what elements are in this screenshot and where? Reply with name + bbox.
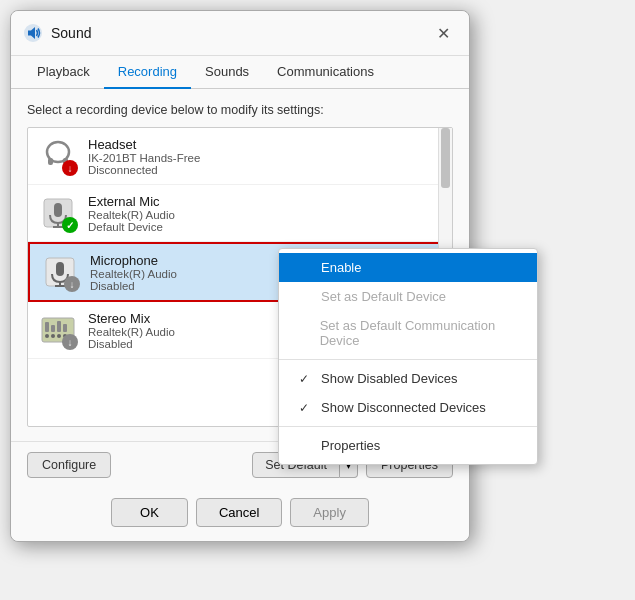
title-bar: Sound ✕	[11, 11, 469, 56]
stereo-mix-icon: ↓	[38, 310, 78, 350]
ctx-show-disconnected-check: ✓	[299, 401, 313, 415]
ctx-enable[interactable]: Enable	[279, 253, 537, 282]
dialog-title: Sound	[51, 25, 421, 41]
ctx-show-disconnected-label: Show Disconnected Devices	[321, 400, 486, 415]
headset-icon: ↓	[38, 136, 78, 176]
ctx-enable-label: Enable	[321, 260, 361, 275]
mic-status-badge: ↓	[64, 276, 80, 292]
ctx-show-disconnected[interactable]: ✓ Show Disconnected Devices	[279, 393, 537, 422]
ctx-set-default-comm[interactable]: Set as Default Communication Device	[279, 311, 537, 355]
svg-point-20	[51, 334, 55, 338]
external-mic-icon: ✓	[38, 193, 78, 233]
ext-mic-info: External Mic Realtek(R) Audio Default De…	[88, 194, 442, 233]
ctx-set-default[interactable]: Set as Default Device	[279, 282, 537, 311]
apply-button[interactable]: Apply	[290, 498, 369, 527]
microphone-icon: ↓	[40, 252, 80, 292]
close-button[interactable]: ✕	[429, 19, 457, 47]
device-item-external-mic[interactable]: ✓ External Mic Realtek(R) Audio Default …	[28, 185, 452, 242]
svg-point-21	[57, 334, 61, 338]
ctx-show-disabled-label: Show Disabled Devices	[321, 371, 458, 386]
ctx-separator-2	[279, 426, 537, 427]
svg-rect-15	[45, 322, 49, 332]
svg-rect-18	[63, 324, 67, 332]
ctx-separator-1	[279, 359, 537, 360]
headset-driver: IK-201BT Hands-Free	[88, 152, 442, 164]
tab-sounds[interactable]: Sounds	[191, 56, 263, 89]
context-menu: Enable Set as Default Device Set as Defa…	[278, 248, 538, 465]
tab-bar: Playback Recording Sounds Communications	[11, 56, 469, 89]
ctx-properties[interactable]: Properties	[279, 431, 537, 460]
scrollbar-thumb[interactable]	[441, 128, 450, 188]
device-item-headset[interactable]: ↓ Headset IK-201BT Hands-Free Disconnect…	[28, 128, 452, 185]
headset-status: Disconnected	[88, 164, 442, 176]
svg-rect-16	[51, 325, 55, 332]
tab-communications[interactable]: Communications	[263, 56, 388, 89]
ctx-properties-label: Properties	[321, 438, 380, 453]
instruction-text: Select a recording device below to modif…	[27, 103, 453, 117]
ctx-set-default-label: Set as Default Device	[321, 289, 446, 304]
sound-icon	[23, 23, 43, 43]
ext-mic-status-badge: ✓	[62, 217, 78, 233]
tab-recording[interactable]: Recording	[104, 56, 191, 89]
ext-mic-status: Default Device	[88, 221, 442, 233]
ext-mic-name: External Mic	[88, 194, 442, 209]
dialog-buttons: OK Cancel Apply	[11, 488, 469, 541]
svg-rect-7	[54, 203, 62, 217]
svg-rect-17	[57, 321, 61, 332]
ctx-show-disabled-check: ✓	[299, 372, 313, 386]
ctx-set-default-comm-label: Set as Default Communication Device	[320, 318, 517, 348]
headset-name: Headset	[88, 137, 442, 152]
tab-playback[interactable]: Playback	[23, 56, 104, 89]
ext-mic-driver: Realtek(R) Audio	[88, 209, 442, 221]
svg-point-19	[45, 334, 49, 338]
configure-button[interactable]: Configure	[27, 452, 111, 478]
stereo-mix-status-badge: ↓	[62, 334, 78, 350]
ctx-show-disabled[interactable]: ✓ Show Disabled Devices	[279, 364, 537, 393]
svg-rect-11	[56, 262, 64, 276]
headset-info: Headset IK-201BT Hands-Free Disconnected	[88, 137, 442, 176]
cancel-button[interactable]: Cancel	[196, 498, 282, 527]
headset-status-badge: ↓	[62, 160, 78, 176]
ok-button[interactable]: OK	[111, 498, 188, 527]
